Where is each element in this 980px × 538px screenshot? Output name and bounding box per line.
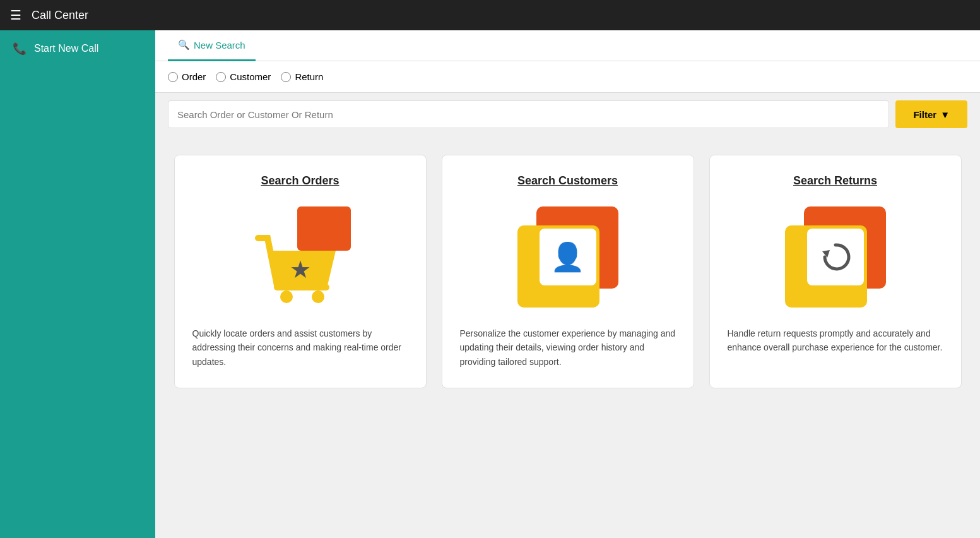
search-customers-desc: Personalize the customer experience by m… bbox=[460, 326, 676, 369]
search-orders-icon-area: ★ bbox=[244, 200, 357, 314]
search-customers-title[interactable]: Search Customers bbox=[517, 174, 618, 188]
search-orders-card: Search Orders bbox=[174, 155, 427, 388]
ret-white-card bbox=[807, 229, 864, 285]
svg-point-2 bbox=[312, 290, 324, 303]
person-icon: 👤 bbox=[550, 241, 585, 273]
search-orders-desc: Quickly locate orders and assist custome… bbox=[192, 326, 408, 369]
radio-group: Order Customer Return bbox=[168, 71, 323, 82]
content-area: 🔍 New Search Order Customer Return bbox=[155, 30, 980, 538]
radio-return[interactable]: Return bbox=[281, 71, 323, 82]
start-new-call-label: Start New Call bbox=[34, 43, 98, 54]
radio-customer-label: Customer bbox=[230, 71, 271, 82]
radio-customer[interactable]: Customer bbox=[216, 71, 271, 82]
return-icon-container bbox=[785, 206, 886, 308]
tab-new-search-label: New Search bbox=[194, 40, 245, 51]
sidebar: 📞 Start New Call bbox=[0, 30, 155, 538]
radio-order-input[interactable] bbox=[168, 72, 178, 82]
phone-icon: 📞 bbox=[13, 42, 27, 56]
search-input[interactable] bbox=[168, 100, 889, 128]
cust-white-card: 👤 bbox=[540, 229, 596, 285]
search-tab-icon: 🔍 bbox=[178, 39, 190, 51]
radio-customer-input[interactable] bbox=[216, 72, 226, 82]
search-returns-desc: Handle return requests promptly and accu… bbox=[728, 326, 943, 355]
search-returns-card: Search Returns Handle return request bbox=[709, 155, 962, 388]
cards-section: Search Orders bbox=[155, 136, 980, 407]
search-customers-card: Search Customers 👤 Personalize the custo… bbox=[442, 155, 694, 388]
tab-new-search[interactable]: 🔍 New Search bbox=[168, 30, 256, 61]
search-area: Filter ▼ bbox=[155, 93, 980, 136]
radio-return-label: Return bbox=[295, 71, 323, 82]
svg-point-1 bbox=[280, 290, 293, 303]
filter-bar: Order Customer Return bbox=[155, 61, 980, 93]
search-orders-title[interactable]: Search Orders bbox=[261, 174, 339, 188]
app-title: Call Center bbox=[32, 9, 88, 22]
search-customers-icon-area: 👤 bbox=[511, 200, 625, 314]
cart-icon-container: ★ bbox=[250, 206, 351, 308]
menu-icon[interactable]: ☰ bbox=[10, 8, 21, 23]
refresh-svg-icon bbox=[818, 240, 853, 274]
cart-svg-icon: ★ bbox=[250, 216, 341, 308]
filter-button-label: Filter bbox=[913, 109, 936, 120]
radio-order-label: Order bbox=[182, 71, 206, 82]
svg-text:★: ★ bbox=[290, 256, 311, 283]
customer-icon-container: 👤 bbox=[517, 206, 618, 308]
filter-arrow-icon: ▼ bbox=[940, 109, 950, 120]
radio-order[interactable]: Order bbox=[168, 71, 206, 82]
radio-return-input[interactable] bbox=[281, 72, 291, 82]
start-new-call-button[interactable]: 📞 Start New Call bbox=[0, 30, 155, 67]
main-layout: 📞 Start New Call 🔍 New Search Order Cust… bbox=[0, 30, 980, 538]
search-returns-icon-area bbox=[779, 200, 892, 314]
topbar: ☰ Call Center bbox=[0, 0, 980, 30]
tabs-bar: 🔍 New Search bbox=[155, 30, 980, 61]
filter-button[interactable]: Filter ▼ bbox=[895, 100, 967, 128]
svg-rect-0 bbox=[274, 284, 329, 290]
search-returns-title[interactable]: Search Returns bbox=[793, 174, 877, 188]
